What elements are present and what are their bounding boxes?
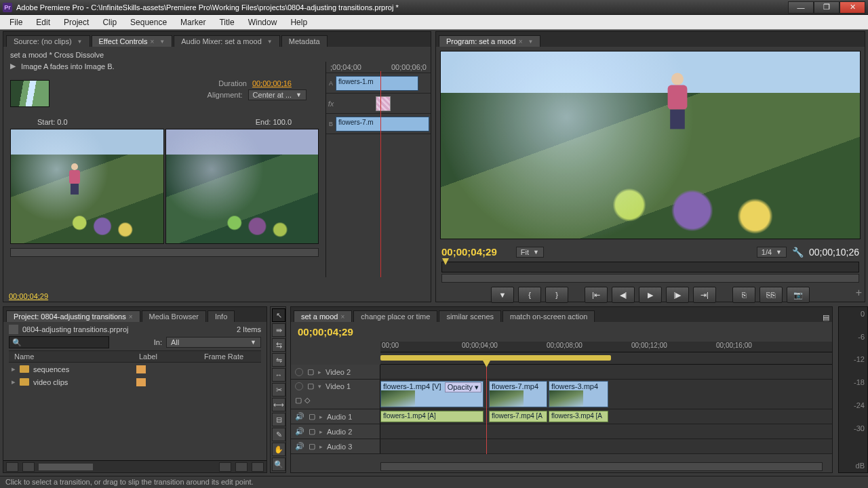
track-audio3[interactable]: 🔊▢▸Audio 3 (291, 439, 832, 454)
transport-controls: ▼ { } |⇤ ◀| ▶ |▶ ⇥| ⎘ ⎘⎘ 📷 (436, 284, 865, 306)
panel-menu-icon[interactable]: ▤ (823, 313, 829, 322)
button-editor-icon[interactable]: + (856, 287, 862, 299)
mark-in-button[interactable]: { (518, 287, 541, 303)
program-monitor[interactable] (440, 51, 861, 239)
project-columns[interactable]: Name Label Frame Rate (9, 350, 261, 363)
tab-seq-mood[interactable]: set a mood× (294, 310, 352, 322)
search-input[interactable] (9, 336, 109, 348)
menu-project[interactable]: Project (57, 16, 96, 28)
pen-tool[interactable]: ✎ (272, 428, 285, 441)
menu-help[interactable]: Help (283, 16, 314, 28)
step-back-button[interactable]: ◀| (612, 287, 635, 303)
slide-tool[interactable]: ⊟ (272, 413, 285, 426)
timeline-h-scroll[interactable] (380, 462, 823, 471)
minimize-button[interactable]: — (788, 1, 814, 14)
tab-project[interactable]: Project: 0804-adjusting transitions× (6, 310, 140, 322)
project-panel: Project: 0804-adjusting transitions× Med… (3, 306, 267, 473)
menu-sequence[interactable]: Sequence (123, 16, 174, 28)
icon-view-button[interactable] (22, 462, 35, 472)
rate-stretch-tool[interactable]: ↔ (272, 368, 285, 382)
menu-file[interactable]: File (3, 16, 29, 28)
timeline-playhead[interactable] (486, 365, 487, 454)
extract-button[interactable]: ⎘⎘ (760, 287, 783, 303)
ripple-edit-tool[interactable]: ⇆ (272, 338, 285, 352)
hand-tool[interactable]: ✋ (272, 443, 285, 456)
track-select-tool[interactable]: ⇛ (272, 323, 285, 337)
go-to-in-button[interactable]: |⇤ (585, 287, 608, 303)
label-color[interactable] (136, 378, 146, 386)
rolling-edit-tool[interactable]: ⇋ (272, 353, 285, 367)
list-view-button[interactable] (6, 462, 18, 472)
program-scrubber[interactable] (441, 262, 859, 272)
settings-icon[interactable]: 🔧 (792, 247, 804, 258)
selection-tool[interactable]: ↖ (272, 308, 285, 322)
menu-clip[interactable]: Clip (96, 16, 123, 28)
track-audio2[interactable]: 🔊▢▸Audio 2 (291, 424, 832, 439)
clip-a1-2[interactable]: flowers-3.mp4 [A (549, 411, 608, 422)
zoom-tool[interactable]: 🔍 (272, 458, 285, 471)
delete-button[interactable] (252, 462, 264, 472)
tab-metadata[interactable]: Metadata (281, 35, 328, 47)
mini-playhead[interactable] (380, 71, 381, 277)
duration-value[interactable]: 00;00;00;16 (252, 79, 292, 87)
tab-audio-mixer[interactable]: Audio Mixer: set a mood▼ (174, 35, 280, 47)
end-value[interactable]: 100.0 (273, 118, 292, 126)
add-marker-button[interactable]: ▼ (491, 287, 514, 303)
effect-timecode[interactable]: 00;00;04;29 (9, 292, 48, 300)
razor-tool[interactable]: ✂ (272, 383, 285, 396)
tab-source[interactable]: Source: (no clips)▼ (6, 35, 90, 47)
label-color[interactable] (136, 365, 146, 373)
tab-seq-similar[interactable]: similar scenes (439, 310, 501, 322)
menu-window[interactable]: Window (241, 16, 284, 28)
program-scrollbar[interactable] (441, 274, 859, 283)
clip-v1-1[interactable]: flowers-7.mp4 (489, 381, 547, 407)
program-tc-current[interactable]: 00;00;04;29 (441, 246, 497, 258)
timeline-workarea-bar[interactable] (380, 352, 832, 365)
export-frame-button[interactable]: 📷 (787, 287, 810, 303)
tab-effect-controls[interactable]: Effect Controls×▼ (92, 35, 173, 47)
clip-a1-1[interactable]: flowers-7.mp4 [A (489, 411, 547, 422)
track-video2[interactable]: ▢▸Video 2 (291, 365, 832, 380)
slip-tool[interactable]: ⟷ (272, 398, 285, 411)
tab-seq-match[interactable]: match on-screen action (502, 310, 595, 322)
transition-preview[interactable] (10, 129, 319, 244)
bin-sequences[interactable]: ▸ sequences (9, 363, 261, 375)
fit-dropdown[interactable]: Fit▼ (516, 247, 544, 258)
timeline-ruler[interactable]: 00;00 00;00;04;00 00;00;08;00 00;00;12;0… (380, 342, 832, 352)
bin-video-clips[interactable]: ▸ video clips (9, 375, 261, 388)
tab-program[interactable]: Program: set a mood×▼ (439, 35, 540, 47)
close-button[interactable]: ✕ (840, 1, 865, 14)
menu-title[interactable]: Title (212, 16, 241, 28)
opacity-dropdown[interactable]: Opacity ▾ (445, 382, 481, 392)
project-filename: 0804-adjusting transitions.prproj (22, 325, 129, 333)
resolution-dropdown[interactable]: 1/4▼ (757, 247, 787, 258)
clip-a1-0[interactable]: flowers-1.mp4 [A] (380, 411, 484, 422)
menu-edit[interactable]: Edit (29, 16, 57, 28)
lift-button[interactable]: ⎘ (732, 287, 755, 303)
new-bin-button[interactable] (219, 462, 231, 472)
preview-scrubber[interactable] (10, 248, 319, 257)
go-to-out-button[interactable]: ⇥| (693, 287, 716, 303)
source-tabbar: Source: (no clips)▼ Effect Controls×▼ Au… (3, 32, 431, 47)
end-label: End: (256, 118, 271, 126)
track-audio1[interactable]: 🔊▢▸Audio 1 flowers-1.mp4 [A] flowers-7.m… (291, 409, 832, 424)
effect-thumbnail (10, 80, 50, 107)
tab-media-browser[interactable]: Media Browser (142, 310, 206, 322)
clip-v1-2[interactable]: flowers-3.mp4 [V (549, 381, 608, 407)
timeline-tc[interactable]: 00;00;04;29 (298, 326, 353, 338)
new-item-button[interactable] (235, 462, 248, 472)
filter-dropdown[interactable]: All▼ (166, 337, 261, 348)
alignment-dropdown[interactable]: Center at ...▼ (248, 89, 307, 100)
effect-mini-timeline[interactable]: ;00;04;0000;00;06;0 Aflowers-1.m fx Bflo… (326, 62, 431, 277)
menu-marker[interactable]: Marker (174, 16, 212, 28)
step-forward-button[interactable]: |▶ (666, 287, 689, 303)
track-video1[interactable]: ▢▾Video 1▢◇ flowers-1.mp4 [V] Opacity ▾ … (291, 380, 832, 409)
clip-v1-0[interactable]: flowers-1.mp4 [V] Opacity ▾ (380, 381, 484, 407)
tab-seq-change[interactable]: change place or time (353, 310, 437, 322)
start-value[interactable]: 0.0 (57, 118, 67, 126)
play-button[interactable]: ▶ (639, 287, 662, 303)
mark-out-button[interactable]: } (545, 287, 568, 303)
zoom-slider[interactable] (39, 464, 93, 470)
maximize-button[interactable]: ❐ (814, 1, 840, 14)
tab-info[interactable]: Info (208, 310, 235, 322)
